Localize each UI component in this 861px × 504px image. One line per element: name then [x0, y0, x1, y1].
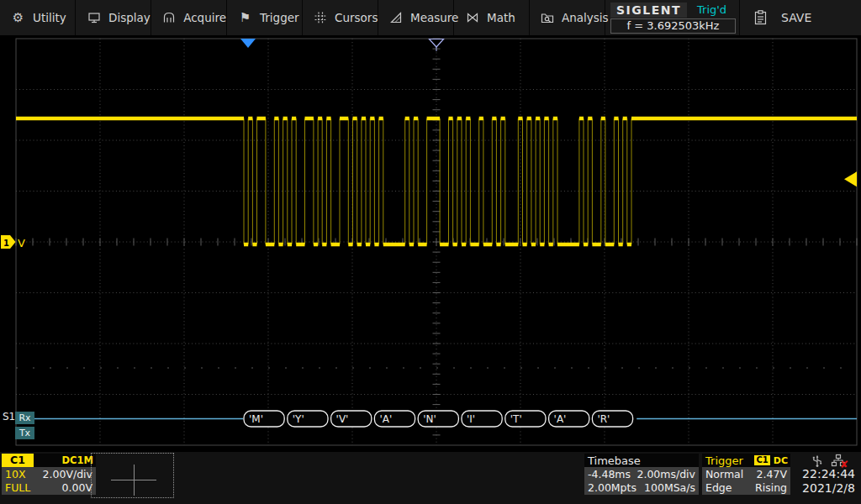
- trigger-slope: Rising: [755, 481, 787, 494]
- gear-icon: ⚙: [11, 11, 25, 25]
- trigger-descriptor-box[interactable]: Trigger C1 DC Normal 2.47V Edge Rising: [702, 454, 790, 495]
- menu-item-trigger[interactable]: ⚑ Trigger: [227, 0, 303, 35]
- lan-icon: ✘: [831, 454, 846, 468]
- timebase-delay: -4.48ms: [588, 468, 631, 480]
- menu-item-cursors[interactable]: Cursors: [303, 0, 378, 35]
- menu-label: Display: [108, 11, 151, 24]
- decode-frame-value: 'Y': [293, 413, 304, 425]
- serial-rx-badge[interactable]: Rx: [15, 412, 34, 424]
- decode-frame-value: 'V': [336, 413, 349, 425]
- trigger-coupling: DC: [774, 455, 788, 466]
- uart-transitions: [244, 118, 631, 244]
- horizontal-reference-marker: [430, 39, 444, 48]
- brand-status-block: SIGLENT Trig'd f = 3.692503kHz: [605, 0, 740, 35]
- trigger-level: 2.47V: [757, 468, 787, 480]
- menu-label: Utility: [33, 11, 66, 24]
- menu-item-analysis[interactable]: Analysis: [530, 0, 605, 35]
- save-button[interactable]: SAVE: [740, 0, 861, 35]
- usb-icon: [811, 454, 824, 468]
- menu-label: Math: [487, 11, 515, 24]
- flag-icon: ⚑: [238, 11, 252, 25]
- trigger-mode: Normal: [705, 468, 743, 480]
- menu-label: Trigger: [260, 11, 299, 24]
- acquire-icon: [162, 11, 176, 25]
- channel1-badge: C1: [2, 454, 34, 467]
- crosshair-icon: [134, 465, 135, 496]
- svg-text:V: V: [18, 237, 25, 249]
- svg-text:1: 1: [3, 239, 9, 248]
- timebase-scale: 2.00ms/div: [637, 468, 695, 480]
- siglent-logo: SIGLENT: [610, 3, 687, 18]
- waveform-display[interactable]: 1V'M''Y''V''A''N''I''T''A''R': [0, 35, 861, 452]
- add-channel-placeholder[interactable]: [91, 453, 174, 498]
- decode-frame-value: 'A': [379, 413, 392, 425]
- menu-label: Acquire: [183, 11, 226, 24]
- waveform-area[interactable]: 1V'M''Y''V''A''N''I''T''A''R' S1 Rx Tx: [0, 35, 861, 452]
- channel1-scale: 2.00V/div: [43, 468, 92, 480]
- timebase-title: Timebase: [584, 454, 699, 467]
- oscilloscope-screen: { "menubar": { "items": [ { "label": "Ut…: [0, 0, 861, 504]
- trigger-level-marker: [844, 171, 857, 186]
- channel1-offset: 0.00V: [62, 481, 92, 494]
- menu-item-math[interactable]: Math: [454, 0, 530, 35]
- timebase-samplerate: 100MSa/s: [644, 481, 695, 494]
- serial-bus-label: S1: [3, 411, 15, 423]
- trigger-status-badge: Trig'd: [697, 3, 726, 16]
- clock: 22:24:44 2021/2/8: [802, 467, 855, 496]
- status-bar: C1 DC1M 10X 2.00V/div FULL 0.00V Timebas…: [0, 452, 861, 504]
- date: 2021/2/8: [802, 481, 855, 496]
- save-label: SAVE: [781, 11, 811, 24]
- analysis-icon: [541, 11, 554, 25]
- decode-frame-value: 'A': [554, 413, 567, 425]
- cursors-icon: [314, 11, 327, 25]
- clipboard-icon: [753, 11, 768, 25]
- time: 22:24:44: [802, 467, 855, 481]
- menu-item-utility[interactable]: ⚙ Utility: [0, 0, 76, 35]
- channel1-probe: 10X: [5, 468, 25, 480]
- menu-label: Measure: [410, 11, 458, 24]
- math-icon: [465, 11, 479, 25]
- menu-label: Cursors: [335, 11, 378, 24]
- trigger-title: Trigger: [705, 454, 743, 467]
- channel1-descriptor-box[interactable]: C1 DC1M 10X 2.00V/div FULL 0.00V: [2, 454, 96, 495]
- display-icon: [87, 11, 101, 25]
- decode-frame-value: 'M': [249, 413, 263, 425]
- menu-bar: ⚙ Utility Display Acquire ⚑ Trigger Curs…: [0, 0, 861, 35]
- serial-tx-badge[interactable]: Tx: [15, 427, 34, 439]
- menu-item-measure[interactable]: Measure: [378, 0, 454, 35]
- trigger-source-badge: C1: [754, 455, 769, 465]
- decode-frame-value: 'N': [423, 413, 436, 425]
- trigger-delay-marker: [240, 39, 256, 48]
- trigger-type: Edge: [705, 481, 732, 494]
- measure-icon: [389, 11, 403, 25]
- decode-frame-value: 'I': [467, 413, 475, 425]
- timebase-points: 2.00Mpts: [588, 481, 637, 494]
- decode-frame-value: 'T': [510, 413, 522, 425]
- frequency-counter-readout: f = 3.692503kHz: [610, 18, 736, 34]
- menu-item-display[interactable]: Display: [76, 0, 151, 35]
- timebase-descriptor-box[interactable]: Timebase -4.48ms 2.00ms/div 2.00Mpts 100…: [584, 454, 699, 495]
- menu-item-acquire[interactable]: Acquire: [151, 0, 227, 35]
- menu-label: Analysis: [562, 11, 609, 24]
- decode-frame-value: 'R': [597, 413, 610, 425]
- channel1-trace: [16, 118, 857, 244]
- channel1-bandwidth: FULL: [5, 481, 30, 494]
